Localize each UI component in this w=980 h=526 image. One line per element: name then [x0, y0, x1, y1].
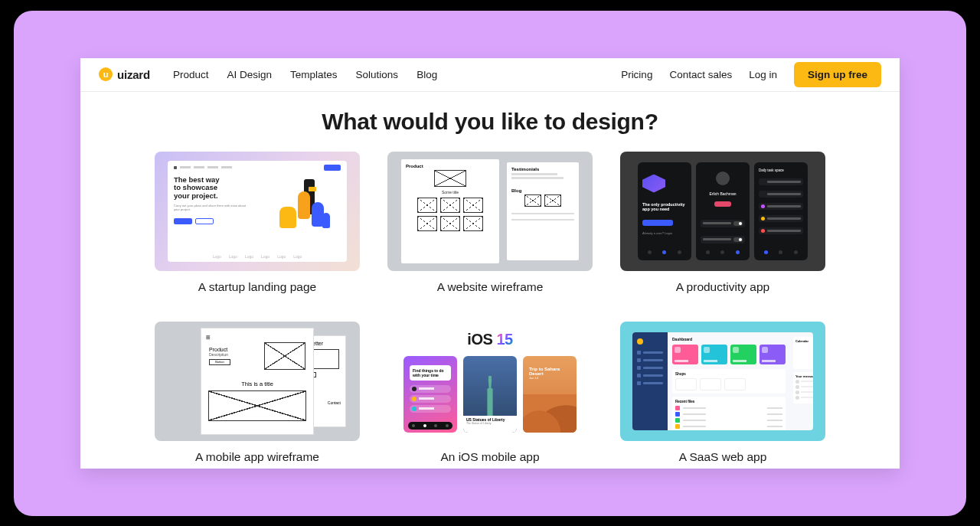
template-thumb: Product Some title — [387, 152, 593, 271]
template-thumb: Dashboard Shops — [620, 322, 825, 441]
nav-link-ai-design[interactable]: AI Design — [227, 69, 273, 80]
nav-link-pricing[interactable]: Pricing — [621, 69, 652, 80]
nav-link-templates[interactable]: Templates — [290, 69, 338, 80]
template-thumb: iOS 15 Find things to do with your time — [387, 322, 593, 441]
nav-left: Product AI Design Templates Solutions Bl… — [173, 69, 437, 80]
template-card-label: A mobile app wireframe — [155, 450, 360, 464]
nav-link-blog[interactable]: Blog — [416, 69, 437, 80]
template-card-website-wireframe[interactable]: Product Some title — [387, 152, 593, 294]
template-card-startup-landing[interactable]: The best way to showcase your project. C… — [155, 152, 360, 294]
brand-logo-mark: u — [99, 67, 113, 81]
template-card-productivity-app[interactable]: The only productivity app you need Alrea… — [620, 152, 825, 294]
template-card-ios-app[interactable]: iOS 15 Find things to do with your time — [387, 322, 593, 464]
template-card-mobile-wireframe[interactable]: Newsletter Button Contact ≡ Product Desc… — [155, 322, 360, 464]
brand-logo[interactable]: u uizard — [99, 67, 150, 81]
top-nav: u uizard Product AI Design Templates Sol… — [80, 58, 900, 92]
template-thumb: The only productivity app you need Alrea… — [620, 152, 825, 271]
page-headline: What would you like to design? — [80, 109, 900, 135]
template-card-label: A website wireframe — [387, 280, 593, 294]
hamburger-icon: ≡ — [206, 333, 211, 341]
template-thumb: Newsletter Button Contact ≡ Product Desc… — [155, 322, 360, 441]
nav-link-product[interactable]: Product — [173, 69, 209, 80]
template-card-label: A productivity app — [620, 280, 825, 294]
signup-button[interactable]: Sign up free — [794, 62, 881, 87]
ios-logo: iOS 15 — [467, 331, 512, 348]
presentation-frame: u uizard Product AI Design Templates Sol… — [14, 11, 966, 516]
nav-link-login[interactable]: Log in — [749, 69, 777, 80]
template-card-label: A SaaS web app — [620, 450, 825, 464]
template-grid: The best way to showcase your project. C… — [80, 152, 900, 469]
template-card-label: A startup landing page — [155, 280, 360, 294]
template-card-label: An iOS mobile app — [387, 450, 593, 464]
brand-logo-text: uizard — [117, 68, 150, 81]
template-card-saas-app[interactable]: Dashboard Shops — [620, 322, 825, 464]
nav-link-solutions[interactable]: Solutions — [356, 69, 399, 80]
template-thumb: The best way to showcase your project. C… — [155, 152, 360, 271]
nav-right: Pricing Contact sales Log in Sign up fre… — [621, 62, 881, 87]
nav-link-contact-sales[interactable]: Contact sales — [669, 69, 732, 80]
browser-window: u uizard Product AI Design Templates Sol… — [80, 58, 900, 469]
